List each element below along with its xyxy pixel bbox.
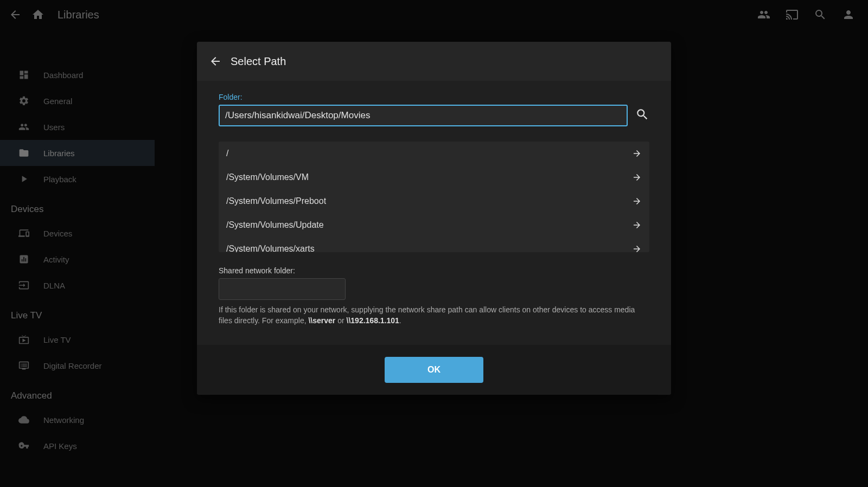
back-icon[interactable] <box>209 55 222 68</box>
folder-input[interactable] <box>219 105 628 126</box>
path-row[interactable]: /System/Volumes/Update <box>219 213 649 237</box>
arrow-right-icon <box>632 244 642 252</box>
path-list: / /System/Volumes/VM /System/Volumes/Pre… <box>219 142 649 252</box>
ok-button[interactable]: OK <box>385 357 483 383</box>
folder-label: Folder: <box>219 93 649 101</box>
shared-folder-label: Shared network folder: <box>219 266 649 275</box>
select-path-dialog: Select Path Folder: / /System/Volumes/VM <box>197 42 671 395</box>
path-row[interactable]: /System/Volumes/xarts <box>219 237 649 252</box>
dialog-footer: OK <box>197 345 671 395</box>
shared-folder-helper: If this folder is shared on your network… <box>219 304 649 326</box>
search-button[interactable] <box>635 107 649 124</box>
path-row[interactable]: /System/Volumes/Preboot <box>219 189 649 213</box>
arrow-right-icon <box>632 220 642 230</box>
search-icon <box>635 107 649 121</box>
dialog-overlay: Select Path Folder: / /System/Volumes/VM <box>0 0 868 487</box>
dialog-title: Select Path <box>231 55 286 68</box>
path-label: /System/Volumes/Update <box>226 220 324 230</box>
arrow-right-icon <box>632 196 642 206</box>
path-label: /System/Volumes/xarts <box>226 244 315 252</box>
arrow-right-icon <box>632 172 642 182</box>
path-row[interactable]: / <box>219 142 649 165</box>
path-label: /System/Volumes/VM <box>226 172 309 182</box>
shared-folder-input[interactable] <box>219 278 346 300</box>
path-row[interactable]: /System/Volumes/VM <box>219 165 649 189</box>
dialog-header: Select Path <box>197 42 671 81</box>
path-label: /System/Volumes/Preboot <box>226 196 326 206</box>
arrow-right-icon <box>632 149 642 158</box>
path-label: / <box>226 149 228 158</box>
